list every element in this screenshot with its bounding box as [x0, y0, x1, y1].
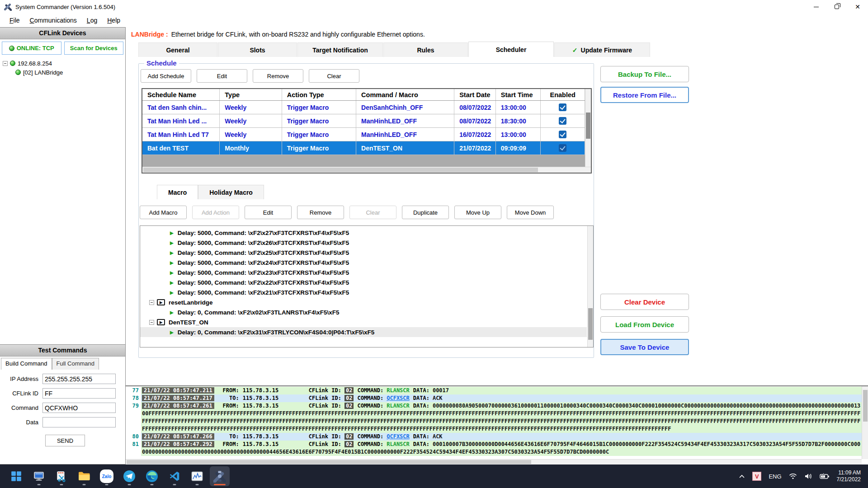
taskbar-file-explorer-icon[interactable] — [74, 466, 94, 486]
data-input[interactable] — [42, 417, 116, 427]
log-entry[interactable]: 7921/07/22 08:57:47.261FROM:115.78.3.15C… — [126, 402, 862, 433]
tab-general[interactable]: General — [138, 42, 217, 57]
macro-tree-item[interactable]: ▶Delay: 5000, Command: \xF2\x27\xF3TCFXR… — [140, 228, 587, 238]
cflink-id-input[interactable] — [42, 388, 116, 399]
enabled-checkbox[interactable] — [559, 131, 566, 138]
taskbar-telegram-icon[interactable] — [119, 466, 139, 486]
remove-button[interactable]: Remove — [297, 206, 344, 219]
edit-button[interactable]: Edit — [245, 206, 292, 219]
add-action-button[interactable]: Add Action — [192, 206, 239, 219]
add-schedule-button[interactable]: Add Schedule — [141, 69, 191, 83]
ip-address-input[interactable] — [42, 374, 116, 384]
scan-for-devices-button[interactable]: Scan for Devices — [64, 42, 124, 55]
macro-tree-item[interactable]: ▶Delay: 5000, Command: \xF2\x23\xF3TCFXR… — [140, 267, 587, 277]
close-button[interactable]: ✕ — [847, 0, 868, 14]
column-header-command-macro: Command / Macro — [356, 89, 454, 100]
ime-icon[interactable]: V — [752, 472, 761, 481]
move-down-button[interactable]: Move Down — [507, 206, 554, 219]
macro-tree-item[interactable]: ▶Delay: 5000, Command: \xF2\x22\xF3TCFXR… — [140, 277, 587, 287]
taskbar-system-monitor-icon[interactable] — [187, 466, 207, 486]
tab-rules[interactable]: Rules — [383, 42, 468, 57]
maximize-button[interactable] — [826, 0, 847, 14]
language-indicator[interactable]: ENG — [769, 473, 781, 480]
send-button[interactable]: SEND — [45, 435, 85, 446]
collapse-icon[interactable] — [149, 320, 154, 325]
command-input[interactable] — [42, 403, 116, 413]
log-horizontal-scrollbar[interactable] — [126, 459, 862, 465]
taskbar-zalo-icon[interactable]: Zalo — [97, 466, 117, 486]
collapse-icon[interactable] — [149, 300, 154, 305]
load-from-device-button[interactable]: Load From Device — [600, 316, 689, 333]
tab-slots[interactable]: Slots — [218, 42, 297, 57]
tab-target-notification[interactable]: Target Notification — [297, 42, 383, 57]
macro-tree-item[interactable]: ▶DenTEST_ON — [140, 317, 587, 327]
schedule-row[interactable]: Tat Man Hinh Led ...WeeklyTrigger MacroM… — [142, 114, 585, 128]
log-vertical-scrollbar[interactable] — [862, 386, 868, 459]
minimize-button[interactable] — [806, 0, 826, 14]
device-tree-root[interactable]: 192.68.8.254 — [3, 59, 123, 68]
schedule-cell-action-type: Trigger Macro — [282, 114, 356, 127]
macro-tree-item[interactable]: ▶Delay: 5000, Command: \xF2\x26\xF3TCFXR… — [140, 238, 587, 248]
schedule-row[interactable]: Tat Man Hinh Led T7WeeklyTrigger MacroMa… — [142, 128, 585, 141]
test-tab-build-command[interactable]: Build Command — [1, 358, 52, 370]
macro-tree-item[interactable]: ▶Delay: 5000, Command: \xF2\x25\xF3TCFXR… — [140, 248, 587, 258]
log-entry[interactable]: 7821/07/22 08:57:47.217TO:115.78.3.15CFL… — [126, 394, 862, 402]
tab-scheduler[interactable]: Scheduler — [468, 42, 554, 57]
edit-button[interactable]: Edit — [197, 69, 247, 83]
restore-from-file-button[interactable]: Restore From File... — [600, 87, 689, 103]
test-tab-full-command[interactable]: Full Command — [52, 358, 99, 370]
menu-help[interactable]: Help — [102, 15, 125, 26]
clear-device-button[interactable]: Clear Device — [600, 294, 689, 310]
clear-button[interactable]: Clear — [349, 206, 396, 219]
menu-communications[interactable]: Communications — [25, 15, 82, 26]
macro-tree-item-label: Delay: 5000, Command: \xF2\x26\xF3TCFXRS… — [178, 239, 349, 246]
online-status-button[interactable]: ONLINE: TCP — [2, 42, 61, 55]
taskbar-edge-icon[interactable] — [142, 466, 162, 486]
device-tree-child[interactable]: [02] LANBridge — [15, 68, 123, 77]
taskbar-system-commander-icon[interactable] — [210, 466, 230, 486]
macro-tree-item[interactable]: ▶Delay: 5000, Command: \xF2\x21\xF3TCFXR… — [140, 287, 587, 297]
add-macro-button[interactable]: Add Macro — [140, 206, 187, 219]
schedule-table-vertical-scrollbar[interactable] — [585, 89, 591, 167]
wifi-icon[interactable] — [789, 473, 797, 479]
macro-tree-scrollbar[interactable] — [587, 226, 593, 347]
macro-tab-macro[interactable]: Macro — [157, 185, 198, 199]
remove-button[interactable]: Remove — [253, 69, 303, 83]
macro-tree-item[interactable]: ▶Delay: 5000, Command: \xF2\x24\xF3TCFXR… — [140, 258, 587, 267]
schedule-cell-start-time: 13:00:00 — [496, 128, 541, 141]
log-entry[interactable]: 7721/07/22 08:57:47.211FROM:115.78.3.15C… — [126, 387, 862, 394]
move-up-button[interactable]: Move Up — [454, 206, 501, 219]
macro-tab-holiday-macro[interactable]: Holiday Macro — [198, 185, 264, 199]
taskbar-terminal-icon[interactable] — [29, 466, 49, 486]
battery-icon[interactable] — [820, 473, 830, 479]
menu-file[interactable]: File — [5, 15, 25, 26]
macro-tree-item[interactable]: ▶resetLanbridge — [140, 297, 587, 307]
schedule-table-horizontal-scrollbar[interactable] — [142, 167, 591, 173]
enabled-checkbox[interactable] — [559, 103, 566, 111]
clock[interactable]: 11:09 AM 7/21/2022 — [837, 469, 861, 483]
schedule-cell-start-date: 21/07/2022 — [454, 141, 496, 155]
volume-icon[interactable] — [804, 473, 812, 479]
menu-log[interactable]: Log — [82, 15, 102, 26]
duplicate-button[interactable]: Duplicate — [402, 206, 449, 219]
tray-chevron-up-icon[interactable] — [739, 474, 745, 479]
field-row-cflink-id: CFLink ID — [0, 388, 125, 399]
clear-button[interactable]: Clear — [309, 69, 359, 83]
save-to-device-button[interactable]: Save To Device — [600, 339, 689, 355]
system-tray: V ENG 11:09 AM 7/21/2022 — [739, 469, 868, 483]
schedule-row[interactable]: Bat den TESTMonthlyTrigger MacroDenTEST_… — [142, 141, 585, 155]
tab-update-firmware[interactable]: ✓Update Firmware — [554, 42, 650, 57]
macro-tree-item[interactable]: ▶Delay: 0, Command: \xF2\x02\xF3TLANRST\… — [140, 307, 587, 317]
log-entry[interactable]: 8021/07/22 08:57:47.266TO:115.78.3.15CFL… — [126, 433, 862, 441]
log-entry[interactable]: 8121/07/22 08:57:47.292FROM:115.78.3.15C… — [126, 441, 862, 456]
enabled-checkbox[interactable] — [559, 144, 566, 152]
play-icon: ▶ — [170, 240, 174, 245]
schedule-row[interactable]: Tat den Sanh chin...WeeklyTrigger MacroD… — [142, 101, 585, 114]
taskbar-snipping-tool-icon[interactable] — [52, 466, 71, 486]
macro-tree-item[interactable]: ▶Delay: 0, Command: \xF2\x31\xF3TRLYCON\… — [140, 327, 587, 337]
taskbar-start-icon[interactable] — [6, 466, 26, 486]
taskbar-vscode-icon[interactable] — [165, 466, 184, 486]
collapse-icon[interactable] — [3, 61, 8, 66]
enabled-checkbox[interactable] — [559, 117, 566, 125]
backup-to-file-button[interactable]: Backup To File... — [600, 66, 689, 82]
